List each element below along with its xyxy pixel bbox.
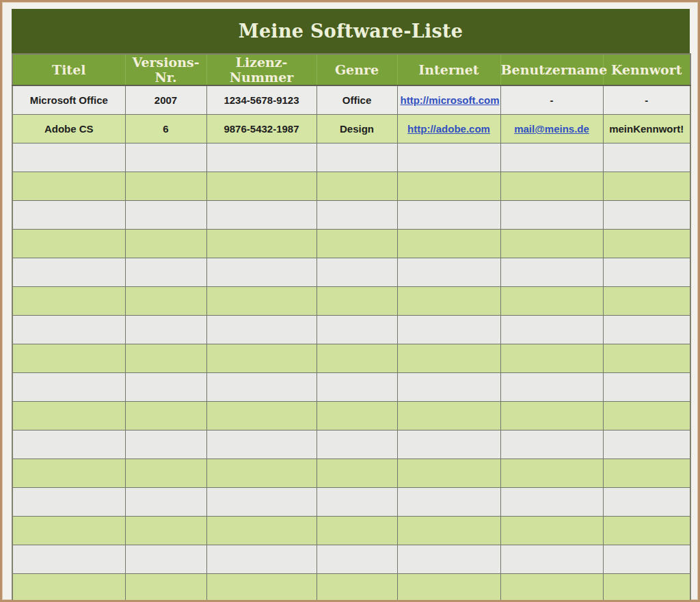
empty-cell-genre [317, 230, 397, 258]
empty-cell-benutzername [500, 488, 603, 517]
software-table: TitelVersions-Nr.Lizenz-NummerGenreInter… [12, 53, 691, 602]
empty-cell-benutzername [500, 201, 603, 230]
empty-cell-genre [317, 172, 397, 201]
empty-cell-genre [317, 201, 397, 230]
empty-cell-titel [12, 545, 125, 574]
empty-table-row [12, 430, 690, 459]
empty-cell-lizenz-nummer [206, 230, 317, 258]
empty-cell-benutzername [500, 574, 603, 602]
empty-cell-genre [317, 287, 397, 316]
empty-cell-internet [397, 230, 500, 258]
empty-cell-titel [12, 201, 125, 230]
cell-genre: Office [317, 85, 397, 115]
empty-table-row [12, 143, 690, 172]
empty-cell-versions-nr [125, 574, 206, 602]
cell-internet[interactable]: http://adobe.com [397, 115, 500, 143]
empty-table-row [12, 287, 690, 316]
column-header-lizenz-nummer: Lizenz-Nummer [206, 54, 317, 85]
empty-cell-versions-nr [125, 430, 206, 459]
cell-versions-nr: 2007 [125, 85, 206, 115]
empty-cell-internet [397, 143, 500, 172]
empty-cell-lizenz-nummer [206, 201, 317, 230]
empty-table-row [12, 488, 690, 517]
empty-table-row [12, 172, 690, 201]
cell-genre: Design [317, 115, 397, 143]
empty-cell-benutzername [500, 430, 603, 459]
empty-cell-genre [317, 344, 397, 373]
empty-cell-titel [12, 316, 125, 344]
empty-cell-titel [12, 574, 125, 602]
empty-cell-genre [317, 402, 397, 430]
internet-link[interactable]: http://adobe.com [407, 123, 490, 135]
cell-titel: Microsoft Office [12, 85, 125, 115]
empty-cell-benutzername [500, 517, 603, 545]
empty-cell-versions-nr [125, 459, 206, 488]
empty-cell-kennwort [603, 344, 690, 373]
empty-cell-lizenz-nummer [206, 143, 317, 172]
empty-table-row [12, 574, 690, 602]
table-row: Adobe CS69876-5432-1987Designhttp://adob… [12, 115, 690, 143]
empty-cell-kennwort [603, 459, 690, 488]
column-header-genre: Genre [317, 54, 397, 85]
empty-cell-versions-nr [125, 373, 206, 402]
empty-cell-titel [12, 143, 125, 172]
empty-cell-genre [317, 488, 397, 517]
empty-cell-lizenz-nummer [206, 574, 317, 602]
cell-benutzername[interactable]: mail@meins.de [500, 115, 603, 143]
empty-cell-kennwort [603, 488, 690, 517]
empty-table-row [12, 258, 690, 287]
empty-cell-benutzername [500, 459, 603, 488]
cell-benutzername: - [500, 85, 603, 115]
empty-cell-titel [12, 172, 125, 201]
empty-cell-benutzername [500, 230, 603, 258]
empty-table-row [12, 201, 690, 230]
empty-table-row [12, 517, 690, 545]
column-header-kennwort: Kennwort [603, 54, 690, 85]
column-header-titel: Titel [12, 54, 125, 85]
empty-cell-versions-nr [125, 545, 206, 574]
empty-cell-internet [397, 402, 500, 430]
empty-cell-lizenz-nummer [206, 459, 317, 488]
benutzername-link[interactable]: mail@meins.de [514, 123, 589, 135]
empty-cell-kennwort [603, 230, 690, 258]
empty-cell-genre [317, 143, 397, 172]
empty-cell-versions-nr [125, 172, 206, 201]
empty-cell-versions-nr [125, 344, 206, 373]
empty-cell-lizenz-nummer [206, 172, 317, 201]
empty-cell-versions-nr [125, 258, 206, 287]
empty-cell-benutzername [500, 143, 603, 172]
internet-link[interactable]: http://microsoft.com [401, 94, 500, 106]
empty-cell-genre [317, 459, 397, 488]
empty-cell-kennwort [603, 402, 690, 430]
empty-cell-lizenz-nummer [206, 430, 317, 459]
software-list-sheet: Meine Software-Liste TitelVersions-Nr.Li… [12, 9, 690, 602]
empty-cell-internet [397, 574, 500, 602]
empty-cell-kennwort [603, 258, 690, 287]
empty-cell-versions-nr [125, 316, 206, 344]
empty-cell-internet [397, 201, 500, 230]
empty-cell-genre [317, 430, 397, 459]
empty-cell-genre [317, 517, 397, 545]
empty-cell-versions-nr [125, 517, 206, 545]
empty-cell-versions-nr [125, 201, 206, 230]
table-header: TitelVersions-Nr.Lizenz-NummerGenreInter… [12, 54, 690, 85]
empty-cell-versions-nr [125, 230, 206, 258]
cell-versions-nr: 6 [125, 115, 206, 143]
cell-kennwort: meinKennwort! [603, 115, 690, 143]
empty-cell-genre [317, 545, 397, 574]
empty-table-row [12, 373, 690, 402]
empty-cell-titel [12, 459, 125, 488]
empty-cell-benutzername [500, 258, 603, 287]
empty-cell-genre [317, 574, 397, 602]
empty-cell-genre [317, 316, 397, 344]
empty-cell-versions-nr [125, 287, 206, 316]
cell-titel: Adobe CS [12, 115, 125, 143]
empty-cell-kennwort [603, 287, 690, 316]
empty-cell-titel [12, 430, 125, 459]
title-bar: Meine Software-Liste [12, 9, 690, 53]
empty-cell-versions-nr [125, 143, 206, 172]
empty-table-row [12, 316, 690, 344]
empty-cell-benutzername [500, 344, 603, 373]
cell-internet[interactable]: http://microsoft.com [397, 85, 500, 115]
empty-cell-lizenz-nummer [206, 373, 317, 402]
